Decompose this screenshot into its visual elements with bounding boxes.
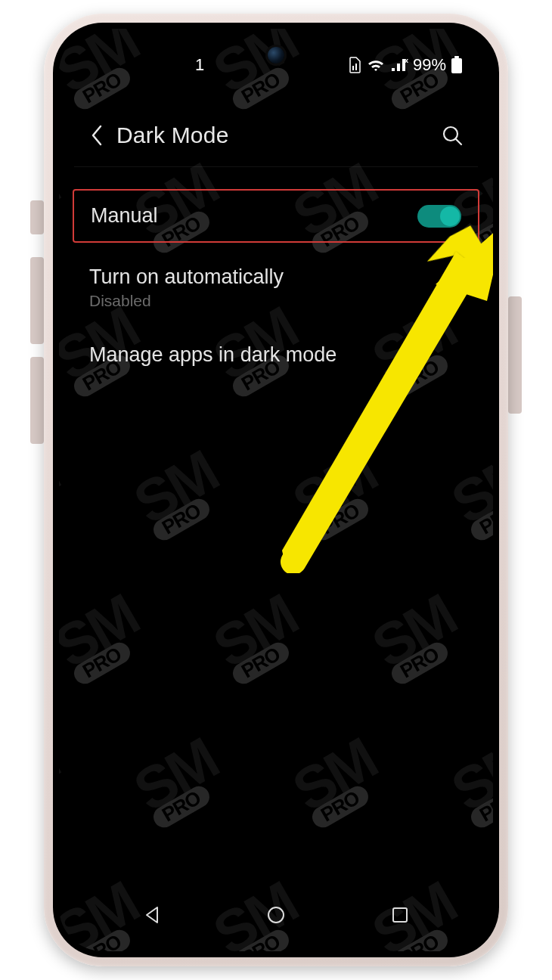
watermark: SMPRO <box>59 731 74 834</box>
watermark: SMPRO <box>444 444 493 547</box>
watermark: SMPRO <box>285 444 392 547</box>
nav-back-button[interactable] <box>122 896 183 934</box>
svg-rect-12 <box>393 908 407 922</box>
watermark: SMPRO <box>285 731 392 834</box>
watermark: SMPRO <box>444 731 493 834</box>
app-header: Dark Mode <box>59 110 493 160</box>
chevron-left-icon <box>90 124 104 147</box>
svg-text:x: x <box>405 57 408 64</box>
back-button[interactable] <box>82 120 112 150</box>
status-bar: 1 x 99% <box>59 50 493 80</box>
triangle-back-icon <box>142 904 163 926</box>
watermark: SMPRO <box>206 588 312 690</box>
watermark: SMPRO <box>126 444 233 547</box>
sim-icon <box>348 57 361 73</box>
page-title: Dark Mode <box>116 122 229 148</box>
system-nav-bar <box>59 892 493 938</box>
screen: // will be populated below after data pa… <box>59 29 493 951</box>
watermark: SMPRO <box>364 588 471 690</box>
search-icon <box>441 124 464 147</box>
svg-rect-1 <box>355 64 357 70</box>
status-notification-count: 1 <box>195 55 204 75</box>
header-divider <box>74 166 478 167</box>
svg-rect-4 <box>451 58 462 73</box>
watermark: SMPRO <box>126 731 233 834</box>
square-recents-icon <box>389 904 411 926</box>
watermark: SMPRO <box>59 444 74 547</box>
setting-auto-sub: Disabled <box>89 292 463 310</box>
search-button[interactable] <box>434 117 470 154</box>
svg-rect-0 <box>352 66 354 70</box>
nav-recents-button[interactable] <box>370 896 430 934</box>
svg-point-11 <box>268 907 284 923</box>
setting-manual[interactable]: Manual <box>73 189 479 243</box>
battery-percent-label: 99% <box>413 55 446 75</box>
watermark: SMPRO <box>59 588 154 690</box>
svg-line-6 <box>456 139 461 144</box>
svg-rect-3 <box>454 56 459 58</box>
setting-auto-label: Turn on automatically <box>89 265 463 289</box>
battery-icon <box>451 56 463 74</box>
manual-toggle[interactable] <box>417 205 461 228</box>
wifi-icon <box>366 57 386 73</box>
setting-auto[interactable]: Turn on automatically Disabled <box>59 249 493 327</box>
setting-manual-label: Manual <box>91 204 461 228</box>
setting-manage-apps-label: Manage apps in dark mode <box>89 343 463 367</box>
setting-manage-apps[interactable]: Manage apps in dark mode <box>59 327 493 383</box>
phone-frame: // will be populated below after data pa… <box>44 14 508 966</box>
signal-icon: x <box>390 57 408 73</box>
nav-home-button[interactable] <box>246 896 306 934</box>
circle-home-icon <box>265 904 287 926</box>
